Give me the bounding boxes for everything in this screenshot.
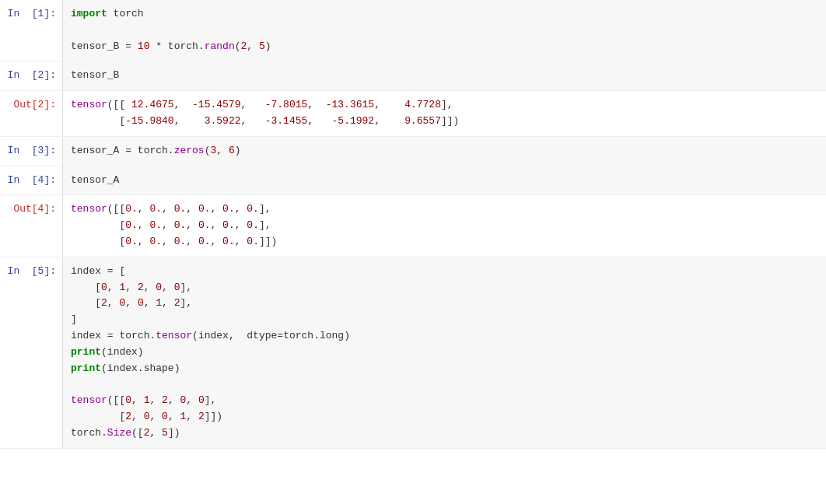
cell-2-output-label: Out[2]: [0, 91, 62, 120]
notebook: In [1]: import torch tensor_B = 10 * tor… [0, 0, 826, 504]
cell-3-input: In [3]: tensor_A = torch.zeros(3, 6) [0, 137, 826, 166]
cell-2-input: In [2]: tensor_B [0, 61, 826, 91]
cell-5-input: In [5]: index = [ [0, 1, 2, 0, 0], [2, 0… [0, 257, 826, 449]
cell-1-input: In [1]: import torch tensor_B = 10 * tor… [0, 0, 826, 61]
cell-3-input-label: In [3]: [0, 137, 62, 166]
cell-4-input-content[interactable]: tensor_A [62, 166, 826, 195]
cell-4-output-content: tensor([[0., 0., 0., 0., 0., 0.], [0., 0… [62, 195, 826, 256]
cell-1-input-content[interactable]: import torch tensor_B = 10 * torch.randn… [62, 0, 826, 61]
cell-2-output-content: tensor([[ 12.4675, -15.4579, -7.8015, -1… [62, 91, 826, 136]
cell-5-input-content[interactable]: index = [ [0, 1, 2, 0, 0], [2, 0, 0, 1, … [62, 257, 826, 448]
cell-2-output: Out[2]: tensor([[ 12.4675, -15.4579, -7.… [0, 91, 826, 137]
cell-2-input-content[interactable]: tensor_B [62, 61, 826, 90]
cell-4-output-label: Out[4]: [0, 195, 62, 224]
cell-4-input: In [4]: tensor_A [0, 166, 826, 196]
cell-4-output: Out[4]: tensor([[0., 0., 0., 0., 0., 0.]… [0, 195, 826, 257]
cell-2-input-label: In [2]: [0, 61, 62, 90]
cell-3-input-content[interactable]: tensor_A = torch.zeros(3, 6) [62, 137, 826, 166]
cell-1-input-label: In [1]: [0, 0, 62, 29]
cell-5-input-label: In [5]: [0, 257, 62, 286]
cell-4-input-label: In [4]: [0, 166, 62, 195]
